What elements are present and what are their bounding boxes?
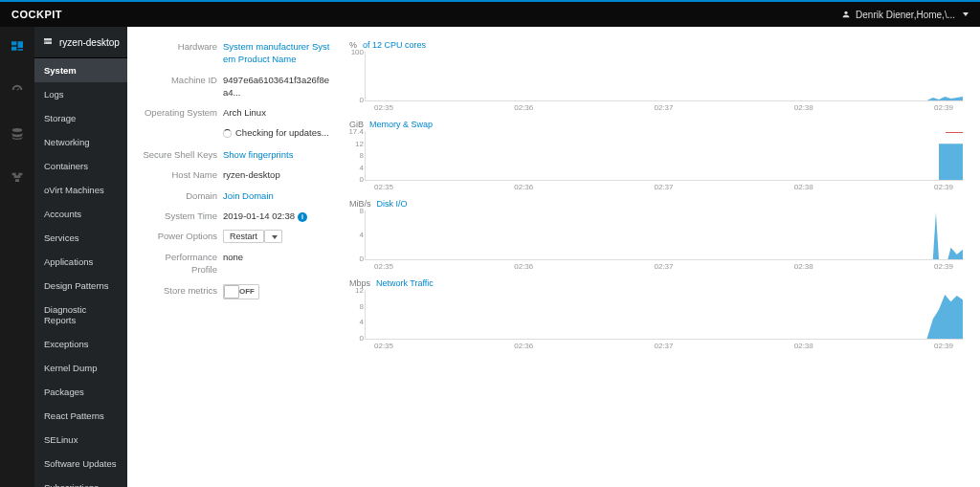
sidebar-item-containers[interactable]: Containers xyxy=(34,154,127,178)
dashboard-icon xyxy=(10,38,25,54)
swap-line xyxy=(946,132,963,133)
iconbar-gauge[interactable] xyxy=(0,77,34,103)
chart-title-link[interactable]: Disk I/O xyxy=(377,199,408,209)
sidebar-item-applications[interactable]: Applications xyxy=(34,250,127,274)
ssh-link[interactable]: Show fingerprints xyxy=(223,148,332,161)
sidebar-item-services[interactable]: Services xyxy=(34,226,127,250)
sidebar-item-networking[interactable]: Networking xyxy=(34,130,127,154)
machineid-value: 9497e6a6103641f3a26f8ea4... xyxy=(223,74,332,100)
sidebar-item-accounts[interactable]: Accounts xyxy=(34,202,127,226)
iconbar-dashboard[interactable] xyxy=(0,33,34,59)
machineid-label: Machine ID xyxy=(141,74,223,100)
ssh-label: Secure Shell Keys xyxy=(141,148,223,161)
sidebar-header[interactable]: ryzen-desktop xyxy=(34,27,127,58)
host-name-header: ryzen-desktop xyxy=(59,37,120,48)
sidebar-item-diagnostic-reports[interactable]: Diagnostic Reports xyxy=(34,298,127,332)
sidebar-item-system[interactable]: System xyxy=(34,58,127,82)
user-icon xyxy=(841,10,851,19)
chart-title-link[interactable]: Network Traffic xyxy=(376,278,434,288)
iconbar-database[interactable] xyxy=(0,121,34,147)
network-icon xyxy=(10,170,25,186)
server-icon xyxy=(42,36,54,48)
systime-value[interactable]: 2019-01-14 02:38i xyxy=(223,210,332,222)
chart-disk-i-o: MiB/sDisk I/O84002:3502:3602:3702:3802:3… xyxy=(349,199,963,271)
hardware-link[interactable]: System manufacturer System Product Name xyxy=(223,40,332,66)
chevron-down-icon xyxy=(963,12,969,16)
metrics-toggle[interactable]: OFF xyxy=(223,284,259,299)
metrics-label: Store metrics xyxy=(141,284,223,299)
power-label: Power Options xyxy=(141,230,223,243)
database-icon xyxy=(10,126,25,142)
user-name: Denrik Diener,Home,\... xyxy=(856,10,955,20)
systime-label: System Time xyxy=(141,210,223,222)
restart-button[interactable]: Restart xyxy=(223,230,264,243)
sidebar-item-packages[interactable]: Packages xyxy=(34,380,127,404)
perf-value: none xyxy=(223,251,332,277)
brand: COCKPIT xyxy=(11,9,62,20)
sidebar-item-software-updates[interactable]: Software Updates xyxy=(34,452,127,476)
sidebar-item-selinux[interactable]: SELinux xyxy=(34,428,127,452)
main-content: HardwareSystem manufacturer System Produ… xyxy=(127,27,980,487)
sidebar: ryzen-desktop SystemLogsStorageNetworkin… xyxy=(34,27,127,487)
sidebar-item-react-patterns[interactable]: React Patterns xyxy=(34,404,127,428)
gauge-icon xyxy=(10,82,25,98)
system-details: HardwareSystem manufacturer System Produ… xyxy=(141,40,332,474)
sidebar-item-storage[interactable]: Storage xyxy=(34,106,127,130)
sidebar-item-subscriptions[interactable]: Subscriptions xyxy=(34,476,127,487)
os-value: Arch Linux xyxy=(223,106,332,119)
updates-status: Checking for updates... xyxy=(235,126,329,139)
charts: %of 12 CPU cores100002:3502:3602:3702:38… xyxy=(349,40,963,474)
sidebar-item-logs[interactable]: Logs xyxy=(34,82,127,106)
os-label: Operating System xyxy=(141,106,223,119)
sidebar-item-kernel-dump[interactable]: Kernel Dump xyxy=(34,356,127,380)
hardware-label: Hardware xyxy=(141,40,223,66)
chart-of-12-cpu-cores: %of 12 CPU cores100002:3502:3602:3702:38… xyxy=(349,40,963,112)
domain-link[interactable]: Join Domain xyxy=(223,189,332,202)
perf-label: Performance Profile xyxy=(141,251,223,277)
sidebar-item-exceptions[interactable]: Exceptions xyxy=(34,332,127,356)
chart-memory-swap: GiBMemory & Swap17.41284002:3502:3602:37… xyxy=(349,120,963,191)
chart-title-link[interactable]: of 12 CPU cores xyxy=(363,40,426,50)
chart-network-traffic: MbpsNetwork Traffic1284002:3502:3602:370… xyxy=(349,278,963,350)
hostname-label: Host Name xyxy=(141,168,223,181)
iconbar xyxy=(0,27,34,487)
spinner-icon xyxy=(223,129,232,138)
sidebar-item-ovirt-machines[interactable]: oVirt Machines xyxy=(34,178,127,202)
info-icon[interactable]: i xyxy=(298,212,307,222)
chart-title-link[interactable]: Memory & Swap xyxy=(369,120,433,129)
domain-label: Domain xyxy=(141,189,223,202)
sidebar-item-design-patterns[interactable]: Design Patterns xyxy=(34,274,127,298)
power-dropdown[interactable] xyxy=(264,230,282,243)
iconbar-network[interactable] xyxy=(0,165,34,191)
hostname-value: ryzen-desktop xyxy=(223,168,332,181)
topbar: COCKPIT Denrik Diener,Home,\... xyxy=(0,0,980,27)
user-menu[interactable]: Denrik Diener,Home,\... xyxy=(841,10,969,20)
